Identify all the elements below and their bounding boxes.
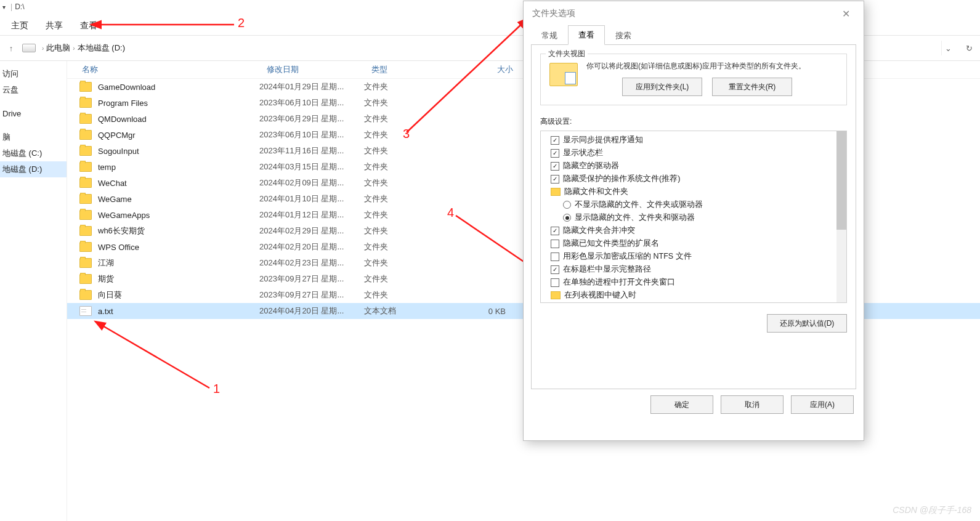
cell-name: WPS Office — [98, 243, 259, 252]
col-date[interactable]: 修改日期 — [267, 64, 371, 75]
tree-item-label: 隐藏文件和文件夹 — [564, 187, 628, 197]
cell-name: wh6长安期货 — [98, 225, 259, 236]
tree-item[interactable]: 隐藏文件夹合并冲突 — [542, 224, 845, 237]
dialog-close-button[interactable]: ✕ — [837, 6, 855, 22]
dialog-title: 文件夹选项 — [532, 8, 575, 19]
tree-item[interactable]: 在列表视图中键入时 — [542, 289, 845, 302]
tree-item-label: 显示隐藏的文件、文件夹和驱动器 — [575, 212, 695, 223]
annotation-3: 3 — [403, 127, 410, 141]
tree-item[interactable]: 隐藏文件和文件夹 — [542, 185, 845, 198]
cell-date: 2024年02月29日 星期... — [259, 225, 364, 236]
folder-icon — [79, 258, 92, 268]
folder-icon — [79, 82, 92, 92]
radio-icon — [563, 214, 571, 222]
cell-date: 2023年11月16日 星期... — [259, 145, 364, 156]
tree-item[interactable]: 不显示隐藏的文件、文件夹或驱动器 — [542, 198, 845, 211]
dialog-titlebar: 文件夹选项 ✕ — [524, 1, 864, 26]
chevron-right-icon: › — [73, 45, 75, 52]
checkbox-icon — [551, 162, 559, 171]
cancel-button[interactable]: 取消 — [721, 395, 784, 414]
sidebar-item[interactable]: 云盘 — [0, 82, 67, 98]
col-size[interactable]: 大小 — [458, 64, 523, 75]
cell-date: 2023年09月27日 星期... — [259, 273, 364, 285]
annotation-1: 1 — [213, 382, 220, 396]
crumb-drive[interactable]: 本地磁盘 (D:) — [78, 42, 125, 54]
checkbox-icon — [551, 278, 559, 287]
dialog-tab-search[interactable]: 搜索 — [605, 26, 642, 45]
tree-item[interactable]: 隐藏已知文件类型的扩展名 — [542, 237, 845, 250]
tree-item-label: 显示状态栏 — [563, 148, 603, 158]
explorer-window: ▾ | D:\ 主页 共享 查看 ↑ › 此电脑 › 本地磁盘 (D:) ⌄ ↻… — [0, 0, 980, 521]
nav-sidebar: 访问云盘Drive脑地磁盘 (C:)地磁盘 (D:) — [0, 61, 67, 521]
group-title: 文件夹视图 — [546, 49, 588, 59]
ribbon-tab-view[interactable]: 查看 — [71, 17, 106, 35]
checkbox-icon — [551, 175, 559, 184]
cell-date: 2023年09月27日 星期... — [259, 289, 364, 301]
cell-name: QQPCMgr — [98, 131, 259, 140]
refresh-button[interactable]: ↻ — [962, 41, 976, 55]
restore-defaults-button[interactable]: 还原为默认值(D) — [767, 314, 847, 333]
cell-type: 文本文档 — [364, 305, 450, 317]
folder-icon — [79, 290, 92, 300]
folder-icon — [79, 178, 92, 188]
nav-up-button[interactable]: ↑ — [4, 41, 18, 55]
cell-type: 文件夹 — [364, 225, 450, 236]
dialog-tabs: 常规 查看 搜索 — [524, 26, 864, 44]
folder-icon — [79, 226, 92, 236]
cell-size: 0 KB — [450, 307, 516, 316]
checkbox-icon — [551, 149, 559, 158]
quick-access-chevron-icon[interactable]: ▾ — [2, 4, 6, 10]
cell-name: 江湖 — [98, 257, 259, 269]
cell-type: 文件夹 — [364, 193, 450, 204]
sidebar-item[interactable]: 地磁盘 (C:) — [0, 145, 67, 161]
window-title: D:\ — [15, 2, 24, 11]
ok-button[interactable]: 确定 — [650, 395, 713, 414]
annotation-4: 4 — [447, 206, 454, 220]
cell-name: WeGame — [98, 195, 259, 204]
ribbon-tab-share[interactable]: 共享 — [37, 17, 71, 35]
chevron-right-icon: › — [42, 45, 44, 52]
folder-large-icon — [549, 63, 578, 86]
apply-to-folders-button[interactable]: 应用到文件夹(L) — [622, 78, 702, 96]
cell-type: 文件夹 — [364, 241, 450, 252]
sidebar-item[interactable]: 访问 — [0, 66, 67, 82]
col-name[interactable]: 名称 — [67, 64, 267, 75]
cell-date: 2023年06月10日 星期... — [259, 129, 364, 140]
tree-item[interactable]: 显示同步提供程序通知 — [542, 134, 845, 147]
cell-name: 期货 — [98, 273, 259, 285]
tree-item[interactable]: 显示隐藏的文件、文件夹和驱动器 — [542, 211, 845, 224]
drive-icon — [22, 44, 36, 52]
folder-icon — [79, 242, 92, 252]
radio-icon — [563, 201, 571, 209]
apply-button[interactable]: 应用(A) — [791, 395, 854, 414]
cell-date: 2024年01月10日 星期... — [259, 193, 364, 204]
cell-name: 向日葵 — [98, 289, 259, 301]
tree-item[interactable]: 在标题栏中显示完整路径 — [542, 263, 845, 276]
tree-item[interactable]: 显示状态栏 — [542, 147, 845, 160]
dialog-tab-view[interactable]: 查看 — [568, 25, 605, 45]
address-dropdown-icon[interactable]: ⌄ — [941, 41, 954, 55]
ribbon-tab-home[interactable]: 主页 — [2, 17, 37, 35]
crumb-pc[interactable]: 此电脑 — [46, 42, 70, 54]
dialog-tab-general[interactable]: 常规 — [531, 26, 568, 45]
cell-type: 文件夹 — [364, 145, 450, 156]
tree-item[interactable]: 隐藏受保护的操作系统文件(推荐) — [542, 172, 845, 185]
breadcrumb[interactable]: › 此电脑 › 本地磁盘 (D:) — [42, 42, 125, 54]
sidebar-item[interactable]: Drive — [0, 107, 67, 121]
tree-item-label: 隐藏受保护的操作系统文件(推荐) — [563, 174, 680, 184]
tree-item-label: 在单独的进程中打开文件夹窗口 — [563, 277, 675, 288]
tree-item-label: 隐藏文件夹合并冲突 — [563, 225, 635, 236]
tree-item[interactable]: 在单独的进程中打开文件夹窗口 — [542, 276, 845, 289]
tree-scrollbar[interactable] — [836, 131, 846, 302]
reset-folders-button[interactable]: 重置文件夹(R) — [712, 78, 792, 96]
col-type[interactable]: 类型 — [371, 64, 458, 75]
tree-item-label: 不显示隐藏的文件、文件夹或驱动器 — [575, 200, 703, 210]
sidebar-item[interactable]: 地磁盘 (D:) — [0, 161, 67, 177]
tree-item[interactable]: 用彩色显示加密或压缩的 NTFS 文件 — [542, 250, 845, 263]
cell-type: 文件夹 — [364, 289, 450, 301]
tree-item[interactable]: 隐藏空的驱动器 — [542, 160, 845, 172]
cell-date: 2024年01月29日 星期... — [259, 81, 364, 92]
advanced-settings-tree[interactable]: 显示同步提供程序通知显示状态栏隐藏空的驱动器隐藏受保护的操作系统文件(推荐)隐藏… — [540, 131, 847, 303]
cell-name: QMDownload — [98, 115, 259, 124]
sidebar-item[interactable]: 脑 — [0, 129, 67, 145]
